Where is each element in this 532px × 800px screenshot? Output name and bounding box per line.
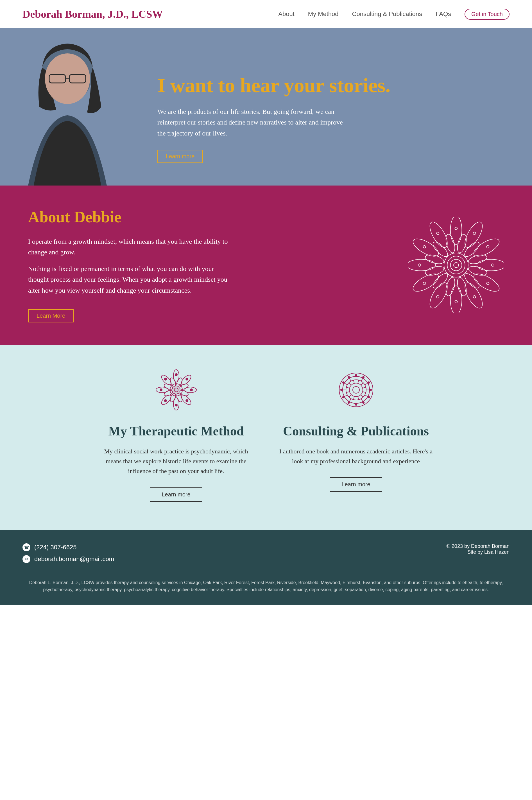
consulting-card: Consulting & Publications I authored one… [278,367,435,492]
svg-point-111 [341,389,342,391]
footer-contact: ☎ (224) 307-6625 ✉ deborah.borman@gmail.… [22,544,114,563]
footer-site-by: Site by Lisa Hazen [446,549,510,555]
hero-learn-more-button[interactable]: Learn more [157,150,203,163]
svg-point-9 [477,260,504,271]
svg-point-76 [349,383,363,397]
footer-divider [22,572,510,572]
svg-point-30 [455,227,457,230]
svg-line-101 [353,380,354,383]
footer-phone: (224) 307-6625 [34,544,76,551]
about-learn-more-button[interactable]: Learn More [28,309,74,322]
about-content: About Debbie I operate from a growth min… [28,208,230,322]
svg-point-15 [408,260,435,271]
hero-content: I want to hear your stories. We are the … [135,52,532,186]
svg-line-86 [341,395,347,398]
phone-icon: ☎ [22,544,30,551]
footer-copyright-text: © 2023 by Deborah Borman [446,544,510,549]
svg-line-80 [365,381,371,385]
svg-point-41 [436,232,439,235]
svg-point-70 [164,399,167,402]
svg-point-57 [175,393,183,403]
svg-line-98 [346,392,349,393]
svg-line-96 [353,396,354,400]
hero-section: I want to hear your stories. We are the … [0,28,532,186]
svg-line-89 [348,375,351,381]
svg-line-99 [346,387,349,388]
svg-line-93 [363,392,366,393]
nav-my-method[interactable]: My Method [308,11,339,18]
consulting-title: Consulting & Publications [283,424,429,439]
svg-point-39 [418,264,421,266]
svg-point-36 [455,301,457,303]
svg-point-19 [462,240,481,259]
svg-point-55 [179,383,189,391]
hero-image [0,28,135,186]
about-text-2: Nothing is fixed or permanent in terms o… [28,263,230,296]
site-footer: ☎ (224) 307-6625 ✉ deborah.borman@gmail.… [0,530,532,605]
svg-line-90 [358,380,359,383]
svg-point-44 [451,260,462,271]
svg-point-40 [423,245,426,248]
site-title: Deborah Borman, J.D., LCSW [22,8,163,20]
svg-point-43 [447,256,465,274]
main-nav: About My Method Consulting & Publication… [278,9,510,20]
svg-point-59 [163,389,173,397]
footer-phone-item: ☎ (224) 307-6625 [22,544,114,551]
svg-point-35 [473,295,476,299]
svg-point-6 [451,217,462,244]
about-text-1: I operate from a growth mindset, which m… [28,236,230,258]
svg-point-28 [431,240,450,259]
svg-point-65 [175,374,177,376]
svg-point-60 [163,383,173,391]
consulting-learn-more-button[interactable]: Learn more [330,477,382,492]
hero-title: I want to hear your stories. [157,74,498,97]
svg-point-72 [164,378,167,381]
svg-point-37 [436,295,439,299]
therapeutic-learn-more-button[interactable]: Learn more [150,488,202,502]
svg-point-25 [431,271,450,290]
hero-text: We are the products of our life stories.… [157,106,348,138]
services-section: My Therapeutic Method My clinical social… [0,345,532,530]
therapeutic-text: My clinical social work practice is psyc… [97,446,255,476]
svg-line-83 [361,399,364,404]
svg-point-61 [169,377,177,387]
svg-point-63 [172,386,180,394]
svg-line-100 [349,383,351,385]
svg-point-22 [462,271,481,290]
svg-point-34 [486,282,490,285]
svg-point-74 [343,376,369,403]
hero-portrait [0,28,135,186]
svg-point-45 [454,263,459,268]
svg-line-94 [361,395,363,397]
consulting-mandala-icon [334,367,379,412]
consulting-text: I authored one book and numerous academi… [278,446,435,466]
svg-point-77 [353,386,359,393]
footer-top: ☎ (224) 307-6625 ✉ deborah.borman@gmail.… [22,544,510,563]
therapeutic-title: My Therapeutic Method [108,424,244,439]
site-header: Deborah Borman, J.D., LCSW About My Meth… [0,0,532,28]
svg-point-67 [190,389,192,391]
therapeutic-method-card: My Therapeutic Method My clinical social… [97,367,255,502]
svg-point-69 [175,404,177,406]
nav-faqs[interactable]: FAQs [436,11,451,18]
svg-line-91 [361,383,363,385]
about-title: About Debbie [28,208,230,226]
svg-point-105 [370,389,372,391]
nav-consulting[interactable]: Consulting & Publications [352,11,422,18]
svg-line-85 [348,399,351,404]
svg-point-66 [185,378,188,381]
svg-point-42 [444,253,468,277]
footer-email: deborah.borman@gmail.com [34,555,114,563]
get-in-touch-button[interactable]: Get in Touch [464,9,510,20]
email-icon: ✉ [22,555,30,563]
svg-line-82 [365,395,371,398]
svg-line-79 [361,375,364,381]
svg-line-97 [349,395,351,397]
svg-point-56 [179,389,189,397]
about-mandala-icon [408,217,504,313]
therapeutic-mandala-icon [154,367,199,412]
about-section: About Debbie I operate from a growth min… [0,186,532,345]
nav-about[interactable]: About [278,11,294,18]
svg-point-31 [473,232,476,235]
svg-line-88 [341,381,347,385]
